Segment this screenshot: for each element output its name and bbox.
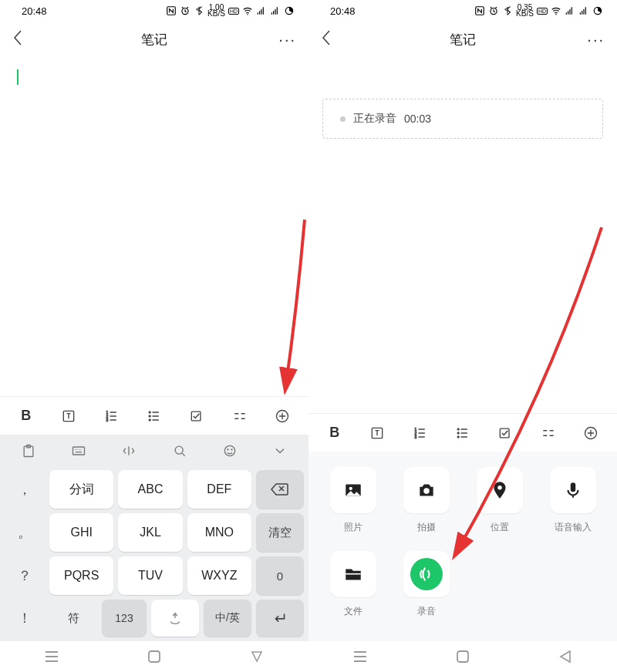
key-def[interactable]: DEF <box>187 470 251 509</box>
key-123[interactable]: 123 <box>102 600 147 637</box>
status-bar: 20:48 1.00KB/S HD <box>0 0 308 22</box>
more-button[interactable]: ··· <box>582 31 605 49</box>
add-button[interactable] <box>265 401 299 432</box>
key-period[interactable]: 。 <box>5 513 45 552</box>
alarm-icon <box>488 5 499 16</box>
status-icons: 1.00KB/S HD <box>166 5 295 17</box>
key-symbol[interactable]: 符 <box>49 600 97 637</box>
bluetooth-icon <box>194 5 204 16</box>
numbered-list-button[interactable]: 123 <box>403 418 437 449</box>
divider-button[interactable] <box>223 401 257 432</box>
key-space[interactable] <box>151 600 199 637</box>
collapse-keyboard-icon[interactable] <box>261 443 298 459</box>
numbered-list-button[interactable]: 123 <box>95 401 129 432</box>
bluetooth-icon <box>502 5 513 16</box>
keyboard-icon[interactable] <box>60 443 97 459</box>
key-abc[interactable]: ABC <box>118 470 182 509</box>
text-style-button[interactable] <box>52 401 86 432</box>
nav-bar <box>0 641 308 672</box>
network-speed: 1.00KB/S <box>207 5 225 17</box>
svg-text:3: 3 <box>106 417 108 422</box>
key-lang[interactable]: 中/英 <box>204 600 251 637</box>
add-button[interactable] <box>574 418 608 449</box>
key-backspace[interactable] <box>256 470 304 509</box>
svg-point-19 <box>231 449 233 451</box>
key-exclaim[interactable]: ！ <box>5 600 45 637</box>
screen-left: 20:48 1.00KB/S HD 笔记 ··· B 123 <box>0 0 308 672</box>
note-content[interactable] <box>0 57 308 396</box>
back-button[interactable] <box>321 29 344 50</box>
nav-menu[interactable] <box>337 650 383 663</box>
key-wxyz[interactable]: WXYZ <box>187 556 251 595</box>
emoji-icon[interactable] <box>211 443 248 459</box>
key-pqrs[interactable]: PQRS <box>49 556 113 595</box>
status-time: 20:48 <box>330 5 356 17</box>
key-comma[interactable]: ， <box>5 470 45 509</box>
svg-point-30 <box>457 432 460 434</box>
nfc-icon <box>474 5 485 16</box>
nav-back[interactable] <box>542 650 588 664</box>
camera-icon <box>416 480 437 500</box>
attach-location[interactable]: 位置 <box>466 467 533 534</box>
note-content[interactable]: 正在录音 00:03 <box>308 57 617 413</box>
svg-point-9 <box>149 415 151 417</box>
svg-rect-38 <box>570 482 575 492</box>
recording-indicator[interactable]: 正在录音 00:03 <box>322 99 603 139</box>
checklist-button[interactable] <box>488 418 522 449</box>
nav-home[interactable] <box>440 650 486 664</box>
divider-button[interactable] <box>531 418 565 449</box>
key-question[interactable]: ？ <box>5 556 45 595</box>
search-icon[interactable] <box>161 443 198 459</box>
format-toolbar: B 123 <box>308 413 617 452</box>
nav-menu[interactable] <box>29 650 75 663</box>
attach-shoot[interactable]: 拍摄 <box>393 467 460 534</box>
keyboard-util-row <box>0 435 308 467</box>
svg-point-17 <box>224 445 234 455</box>
header: 笔记 ··· <box>0 22 308 57</box>
clipboard-icon[interactable] <box>10 443 47 459</box>
back-button[interactable] <box>12 29 35 50</box>
svg-point-36 <box>423 488 430 494</box>
status-time: 20:48 <box>22 5 47 17</box>
nav-back[interactable] <box>234 650 280 664</box>
wifi-icon <box>551 5 561 16</box>
photo-icon <box>343 480 363 500</box>
attach-photo[interactable]: 照片 <box>319 467 386 534</box>
bullet-list-button[interactable] <box>137 401 171 432</box>
nfc-icon <box>166 5 177 16</box>
attach-voice-input[interactable]: 语音输入 <box>539 467 606 534</box>
signal1-icon <box>565 5 575 16</box>
signal2-icon <box>578 5 589 16</box>
svg-point-35 <box>349 487 352 490</box>
svg-text:3: 3 <box>414 434 416 438</box>
key-zero[interactable]: 0 <box>256 556 304 595</box>
checklist-button[interactable] <box>180 401 214 432</box>
attach-file[interactable]: 文件 <box>319 551 386 618</box>
battery-icon <box>592 5 603 16</box>
nav-home[interactable] <box>131 650 177 664</box>
key-fenci[interactable]: 分词 <box>49 470 113 509</box>
nav-bar <box>308 641 617 672</box>
screen-right: 20:48 0.35KB/S HD 笔记 ··· 正在录音 00:03 B 12… <box>308 0 617 672</box>
alarm-icon <box>180 5 190 16</box>
key-enter[interactable] <box>256 600 304 637</box>
key-jkl[interactable]: JKL <box>118 513 182 552</box>
location-icon <box>490 480 510 500</box>
bold-button[interactable]: B <box>318 418 352 449</box>
bold-button[interactable]: B <box>9 401 43 432</box>
attach-record[interactable]: 录音 <box>393 551 460 618</box>
key-clear[interactable]: 清空 <box>256 513 304 552</box>
bullet-list-button[interactable] <box>446 418 480 449</box>
more-button[interactable]: ··· <box>273 31 296 49</box>
status-icons: 0.35KB/S HD <box>474 5 603 17</box>
svg-point-8 <box>149 411 151 413</box>
text-style-button[interactable] <box>360 418 394 449</box>
key-mno[interactable]: MNO <box>187 513 251 552</box>
hd-icon: HD <box>537 8 548 15</box>
svg-point-37 <box>497 486 501 489</box>
svg-point-10 <box>149 418 151 421</box>
svg-point-31 <box>457 435 460 438</box>
cursor-move-icon[interactable] <box>110 443 147 459</box>
key-tuv[interactable]: TUV <box>118 556 182 595</box>
key-ghi[interactable]: GHI <box>49 513 113 552</box>
